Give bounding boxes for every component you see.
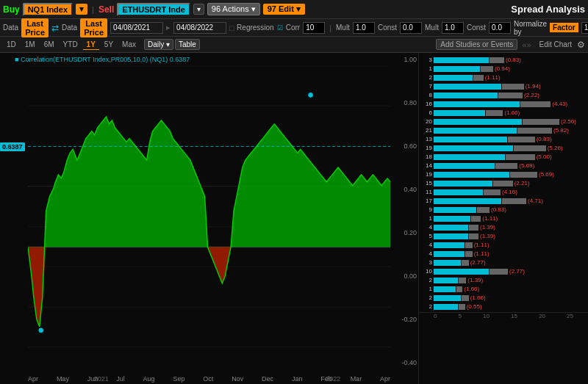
bar-cyan [434, 84, 501, 90]
bar-cyan [434, 154, 505, 160]
period-1y[interactable]: 1Y [83, 40, 99, 50]
bar-value: (0.55) [467, 303, 482, 310]
daily-dropdown[interactable]: Daily ▾ [144, 39, 173, 50]
bar-value: (2.21) [514, 180, 530, 186]
bar-row: 3(0.83) [419, 56, 588, 64]
bar-gray [490, 57, 504, 63]
bar-value: (4.16) [502, 189, 517, 195]
period-1d[interactable]: 1D [3, 40, 20, 49]
y-axis: 1.00 0.80 0.60 0.40 0.20 0.00 -0.20 -0.4… [392, 53, 418, 369]
bar-gray [462, 295, 469, 301]
edit-chart-btn[interactable]: Edit Chart [536, 40, 576, 49]
bar-value: (1.11) [485, 74, 501, 81]
actions-btn[interactable]: 96 Actions ▾ [207, 3, 260, 15]
bar-number: 5 [419, 233, 432, 239]
bar-value: (1.11) [474, 242, 490, 248]
bar-cyan [434, 242, 465, 248]
bar-gray [490, 269, 508, 275]
bar-container: (2.56) [434, 118, 588, 125]
last-price-btn1[interactable]: Last Price [21, 18, 49, 37]
bar-gray [456, 286, 462, 292]
arrow-icon: ⇄ [51, 23, 59, 33]
bar-number: 11 [419, 189, 432, 195]
checkbox-regression: □ [229, 23, 234, 32]
regression-label: Regression [237, 23, 274, 32]
chart-svg [28, 66, 390, 349]
period-6m[interactable]: 6M [40, 40, 58, 49]
bar-cyan [434, 260, 461, 266]
bar-row: 4(1.11) [419, 241, 588, 249]
checkmark-corr: ☑ [277, 24, 283, 32]
period-max[interactable]: Max [118, 40, 140, 49]
add-studies-btn[interactable]: Add Studies or Events [436, 39, 517, 50]
bar-cyan [434, 110, 485, 116]
buy-dropdown-btn[interactable]: ▾ [76, 4, 87, 15]
period-ytd[interactable]: YTD [60, 40, 82, 49]
bar-number: 7 [419, 83, 432, 90]
mult-input2[interactable] [442, 22, 464, 34]
svg-point-10 [38, 327, 44, 333]
sell-dropdown-btn[interactable]: ▾ [193, 4, 204, 15]
bar-number: 9 [419, 206, 432, 213]
bar-row: 10(2.77) [419, 267, 588, 275]
data-label2: Data [62, 23, 77, 32]
corr-val-input[interactable] [303, 22, 325, 34]
bar-row: 5(1.39) [419, 232, 588, 240]
bar-gray [517, 128, 552, 134]
bar-row: 2(0.55) [419, 303, 588, 311]
bar-number: 2 [419, 294, 432, 301]
bar-container: (1.11) [434, 74, 588, 81]
sep2: | [329, 23, 331, 32]
bar-value: (0.94) [495, 65, 510, 72]
bar-row: 18(5.00) [419, 153, 588, 161]
date-to-input[interactable] [173, 22, 226, 34]
bar-cyan [434, 172, 509, 178]
bar-number: 3 [419, 57, 432, 63]
bar-value: (0.83) [491, 206, 506, 213]
bar-x-axis: 0510152025 [419, 312, 588, 319]
bar-row: 1(1.11) [419, 214, 588, 222]
bar-row: 17(4.71) [419, 197, 588, 205]
bar-cyan [434, 128, 517, 134]
bar-value: (5.69) [519, 162, 534, 169]
sell-label: Sell [98, 4, 114, 15]
factor-btn[interactable]: Factor [550, 23, 578, 32]
const-input2[interactable] [489, 22, 511, 34]
mult-input1[interactable] [353, 22, 375, 34]
bar-value: (0.83) [506, 57, 521, 63]
bar-gray [486, 110, 503, 116]
buy-ticker-btn[interactable]: NQ1 Index [23, 3, 73, 16]
edit-btn[interactable]: 97 Edit ▾ [263, 4, 305, 15]
last-price-btn2[interactable]: Last Price [80, 18, 107, 37]
bar-row: 3(2.77) [419, 258, 588, 267]
bar-cyan [434, 163, 495, 169]
bar-value: (5.00) [537, 153, 552, 160]
bar-number: 4 [419, 250, 432, 257]
bar-gray [502, 84, 524, 90]
bar-cyan [434, 189, 483, 195]
bar-cyan [434, 225, 468, 231]
table-btn[interactable]: Table [175, 39, 200, 50]
bar-gray [484, 189, 501, 195]
gear-icon[interactable]: ⚙ [577, 40, 585, 50]
const-label1: Const [378, 23, 397, 32]
bar-number: 10 [419, 268, 432, 275]
date-from-input[interactable] [110, 22, 163, 34]
bar-value: (2.56) [561, 118, 576, 125]
bar-value: (2.77) [509, 268, 525, 275]
current-value-label: 0.6387 [0, 142, 25, 151]
bar-number: 15 [419, 180, 432, 186]
sell-ticker-btn[interactable]: ETHUSDRT Inde [117, 3, 190, 16]
factor-val-input[interactable] [581, 22, 588, 34]
bar-cyan [434, 216, 470, 222]
bar-container: (5.26) [434, 145, 588, 151]
period-5y[interactable]: 5Y [101, 40, 117, 49]
bar-number: 1 [419, 215, 432, 222]
bar-row: 2(1.66) [419, 294, 588, 302]
bar-gray [495, 163, 517, 169]
period-1m[interactable]: 1M [21, 40, 39, 49]
const-input1[interactable] [400, 22, 422, 34]
sep1: | [92, 5, 94, 14]
bar-cyan [434, 295, 461, 301]
bar-container: (1.66) [434, 109, 588, 116]
